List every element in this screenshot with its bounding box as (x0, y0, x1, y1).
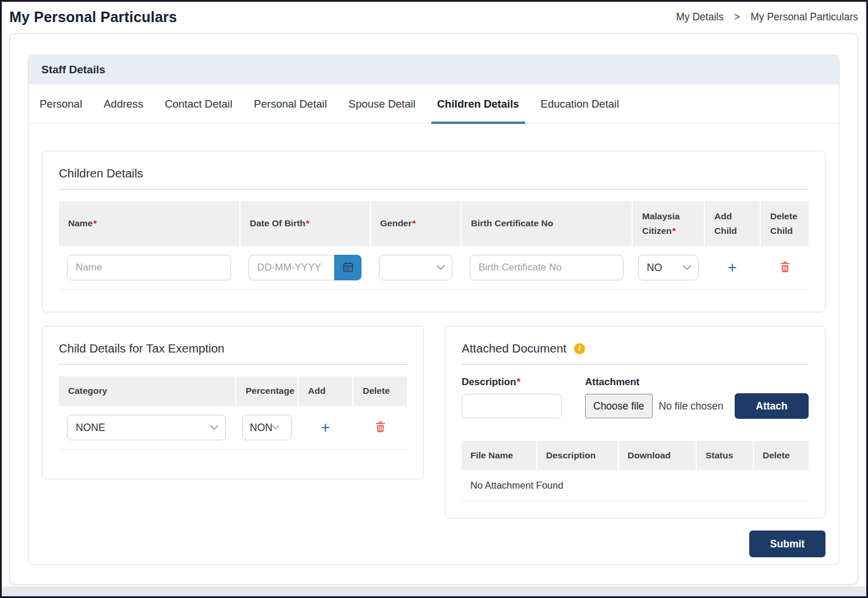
column-header-status: Status (697, 441, 753, 470)
section-divider (59, 364, 407, 365)
choose-file-button[interactable]: Choose file (585, 394, 653, 418)
page-bottom-strip (2, 586, 866, 596)
delete-tax-row-button[interactable] (375, 421, 385, 435)
tab-children-details[interactable]: Children Details (436, 84, 520, 123)
child-name-input[interactable] (67, 255, 231, 280)
attachment-form-labels: Description* Attachment (462, 376, 809, 388)
tab-spouse-detail[interactable]: Spouse Detail (348, 84, 417, 123)
column-header-birth-certificate-no: Birth Certificate No (462, 201, 632, 246)
attachment-label: Attachment (585, 376, 640, 388)
lower-section: Child Details for Tax Exemption Category… (42, 326, 826, 518)
attach-button[interactable]: Attach (735, 393, 809, 419)
description-label: Description* (462, 376, 585, 388)
add-tax-row-button[interactable]: + (321, 420, 330, 436)
percentage-select[interactable]: NONE (242, 415, 292, 440)
attachment-table-header: File Name Description Download Status De… (462, 441, 809, 470)
gender-select[interactable] (379, 255, 452, 280)
column-header-description: Description (537, 441, 618, 470)
breadcrumb-current-page: My Personal Particulars (750, 11, 858, 23)
child-dob-cell (240, 246, 370, 289)
delete-child-cell (761, 246, 809, 289)
add-child-button[interactable]: + (728, 260, 737, 276)
column-header-add-child: Add Child (705, 201, 760, 246)
required-asterisk: * (412, 218, 416, 228)
tab-address[interactable]: Address (102, 84, 144, 123)
page-header: My Personal Particulars My Details > My … (2, 2, 866, 31)
column-header-gender: Gender* (371, 201, 460, 246)
column-header-name: Name* (59, 201, 239, 246)
chevron-down-icon (272, 425, 279, 430)
breadcrumb-separator: > (734, 11, 740, 23)
attached-document-section: Attached Document i Description* Attachm… (445, 326, 826, 518)
children-details-title: Children Details (59, 166, 809, 180)
tax-exemption-title: Child Details for Tax Exemption (59, 341, 407, 355)
tab-contact-detail[interactable]: Contact Detail (164, 84, 233, 123)
trash-icon (780, 261, 790, 275)
column-header-delete-child: Delete Child (761, 201, 809, 246)
breadcrumb-my-details[interactable]: My Details (676, 11, 724, 23)
submit-button[interactable]: Submit (749, 531, 826, 557)
attachment-form-controls: Choose file No file chosen Attach (462, 393, 809, 419)
column-header-file-name: File Name (462, 441, 536, 470)
delete-child-button[interactable] (780, 261, 790, 275)
column-header-download: Download (619, 441, 696, 470)
no-attachment-row: No Attachment Found (462, 470, 809, 501)
submit-row: Submit (42, 531, 826, 557)
column-header-delete: Delete (754, 441, 809, 470)
child-name-cell (59, 246, 239, 289)
children-table-row: NO + (59, 246, 809, 290)
required-asterisk: * (672, 226, 676, 236)
column-header-date-of-birth: Date Of Birth* (240, 201, 370, 246)
staff-details-panel: Staff Details Personal Address Contact D… (28, 55, 839, 565)
column-header-percentage: Percentage (236, 376, 297, 406)
file-chosen-status: No file chosen (659, 400, 724, 412)
tab-personal-detail[interactable]: Personal Detail (253, 84, 328, 123)
file-input-control: Choose file No file chosen Attach (585, 393, 809, 419)
children-details-section: Children Details Name* Date Of Birth* Ge… (42, 151, 826, 312)
description-input[interactable] (462, 394, 562, 418)
staff-details-header: Staff Details (29, 55, 839, 84)
tab-personal[interactable]: Personal (38, 84, 83, 123)
column-header-delete: Delete (353, 376, 407, 406)
info-icon: i (574, 343, 585, 354)
child-gender-cell (371, 246, 460, 289)
breadcrumb: My Details > My Personal Particulars (676, 11, 858, 23)
calendar-button[interactable] (334, 255, 362, 280)
required-asterisk: * (517, 376, 521, 387)
chevron-down-icon (437, 265, 445, 270)
attached-document-title: Attached Document (462, 341, 566, 355)
tax-add-cell: + (299, 406, 352, 449)
tax-table-row: NONE NONE (59, 406, 407, 450)
calendar-icon (342, 261, 354, 275)
trash-icon (375, 421, 385, 435)
category-select[interactable]: NONE (67, 415, 226, 440)
tax-delete-cell (353, 406, 407, 449)
category-cell: NONE (59, 406, 235, 449)
birth-certificate-input[interactable] (470, 255, 623, 280)
tab-education-detail[interactable]: Education Detail (540, 84, 621, 123)
column-header-malaysia-citizen: Malaysia Citizen* (633, 201, 704, 246)
tab-bar: Personal Address Contact Detail Personal… (29, 84, 839, 124)
column-header-add: Add (299, 376, 352, 406)
content-card: Staff Details Personal Address Contact D… (9, 33, 858, 585)
required-asterisk: * (306, 218, 310, 228)
column-header-category: Category (59, 376, 235, 406)
children-details-tab-panel: Children Details Name* Date Of Birth* Ge… (29, 124, 839, 569)
add-child-cell: + (705, 246, 760, 289)
tax-table-header: Category Percentage Add Delete (59, 376, 407, 406)
percentage-cell: NONE (236, 406, 297, 449)
malaysia-citizen-select[interactable]: NO (638, 255, 699, 280)
chevron-down-icon (210, 425, 218, 430)
birth-certificate-cell (462, 246, 632, 289)
page-title: My Personal Particulars (9, 9, 177, 26)
children-table-header: Name* Date Of Birth* Gender* Birth Certi… (59, 201, 809, 246)
tax-exemption-section: Child Details for Tax Exemption Category… (42, 326, 424, 479)
chevron-down-icon (683, 265, 691, 270)
malaysia-citizen-cell: NO (633, 246, 704, 289)
required-asterisk: * (93, 218, 97, 228)
section-divider (59, 189, 809, 190)
section-divider (462, 364, 809, 365)
child-dob-input[interactable] (249, 255, 334, 280)
staff-details-heading: Staff Details (41, 63, 105, 76)
